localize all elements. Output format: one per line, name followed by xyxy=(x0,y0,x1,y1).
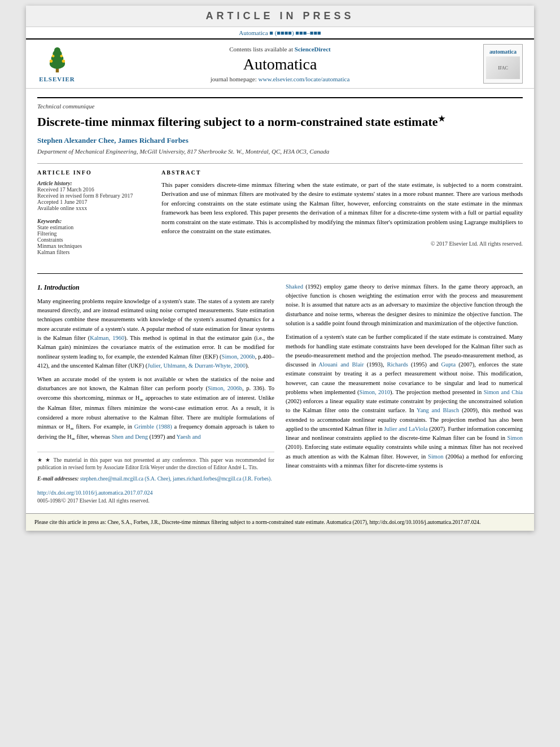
footnote-star-symbol: ★ xyxy=(37,457,45,463)
article-history: Article history: Received 17 March 2016 … xyxy=(37,180,150,211)
footnote-email: E-mail addresses: stephen.chee@mail.mcgi… xyxy=(37,475,274,483)
journal-header: ELSEVIER Contents lists available at Sci… xyxy=(26,38,534,89)
online-date: Available online xxxx xyxy=(37,205,150,211)
homepage-link[interactable]: www.elsevier.com/locate/automatica xyxy=(259,76,350,82)
body-col-left: 1. Introduction Many engineering problem… xyxy=(37,282,274,505)
simon-2010-link2[interactable]: Simon xyxy=(508,435,523,441)
svg-point-4 xyxy=(54,47,60,53)
yaesh-link[interactable]: Yaesh and xyxy=(177,434,201,440)
doi-link[interactable]: http://dx.doi.org/10.1016/j.automatica.2… xyxy=(37,490,153,496)
richards-link[interactable]: Richards xyxy=(387,361,408,368)
homepage-line: journal homepage: www.elsevier.com/locat… xyxy=(85,76,475,82)
article-title: Discrete-time minmax filtering subject t… xyxy=(37,114,523,130)
body-columns: 1. Introduction Many engineering problem… xyxy=(37,273,523,505)
abstract-col: ABSTRACT This paper considers discrete-t… xyxy=(161,169,523,262)
page: ARTICLE IN PRESS Automatica ■ (■■■■) ■■■… xyxy=(26,6,534,531)
kalman-1960-link[interactable]: Kalman, 1960 xyxy=(90,335,124,341)
body-col-right: Shaked (1992) employ game theory to deri… xyxy=(286,282,523,505)
footnote-text: ★ The material in this paper was not pre… xyxy=(37,457,274,470)
revised-date: Received in revised form 8 February 2017 xyxy=(37,193,150,199)
doi-footer: http://dx.doi.org/10.1016/j.automatica.2… xyxy=(37,488,274,497)
article-in-press-banner: ARTICLE IN PRESS xyxy=(26,6,534,27)
elsevier-text: ELSEVIER xyxy=(39,76,75,82)
keywords-label: Keywords: xyxy=(37,218,150,224)
simon-2006b-link1[interactable]: Simon, 2006b xyxy=(222,353,255,360)
homepage-label: journal homepage: xyxy=(211,76,257,82)
keywords-section: Keywords: State estimation Filtering Con… xyxy=(37,218,150,255)
shaked-link[interactable]: Shaked xyxy=(286,283,303,290)
science-direct-link[interactable]: ScienceDirect xyxy=(295,46,331,53)
intro-para-2: When an accurate model of the system is … xyxy=(37,375,274,443)
citation-text: Please cite this article in press as: Ch… xyxy=(34,519,480,525)
svg-point-8 xyxy=(60,54,63,57)
simon-2006b-link2[interactable]: Simon, 2006b xyxy=(208,385,242,391)
alouani-link[interactable]: Alouani and Blair xyxy=(318,361,364,368)
abstract-header: ABSTRACT xyxy=(161,169,523,176)
right-para-1: Shaked (1992) employ game theory to deri… xyxy=(286,282,523,328)
article-info-col: ARTICLE INFO Article history: Received 1… xyxy=(37,169,150,262)
contents-line: Contents lists available at ScienceDirec… xyxy=(85,46,475,53)
simon-chia-link[interactable]: Simon and Chia xyxy=(484,389,523,395)
email-label: E-mail addresses: xyxy=(37,475,79,482)
elsevier-tree-icon xyxy=(42,46,73,74)
received-date: Received 17 March 2016 xyxy=(37,186,150,193)
keyword-1: State estimation xyxy=(37,224,150,230)
journal-center: Contents lists available at ScienceDirec… xyxy=(85,46,475,82)
article-content: Technical communique Discrete-time minma… xyxy=(26,89,534,513)
automatica-box-label: automatica xyxy=(489,49,517,55)
svg-point-6 xyxy=(62,59,64,62)
ifac-label: IFAC xyxy=(498,65,508,71)
banner-text: ARTICLE IN PRESS xyxy=(205,10,354,21)
julier-laviola-link[interactable]: Julier and LaViola xyxy=(384,426,428,432)
julier-link[interactable]: Julier, Uhlmann, & Durrant-Whyte, 2000 xyxy=(147,362,246,369)
citation-bar: Please cite this article in press as: Ch… xyxy=(26,513,534,531)
intro-heading: 1. Introduction xyxy=(37,282,274,292)
accepted-date: Accepted 1 June 2017 xyxy=(37,199,150,205)
article-info-header: ARTICLE INFO xyxy=(37,169,150,176)
footnote-star: ★ ★ The material in this paper was not p… xyxy=(37,457,274,472)
email-links: stephen.chee@mail.mcgill.ca (S.A. Chee),… xyxy=(80,476,272,482)
doi-bar-text: Automatica ■ (■■■■) ■■■–■■■ xyxy=(239,29,321,36)
elsevier-logo: ELSEVIER xyxy=(34,46,80,82)
journal-title: Automatica xyxy=(85,55,475,73)
simon-2006a-link[interactable]: Simon xyxy=(428,453,443,460)
authors: Stephen Alexander Chee, James Richard Fo… xyxy=(37,136,523,145)
affiliation: Department of Mechanical Engineering, Mc… xyxy=(37,148,523,155)
right-para-2: Estimation of a system's state can be fu… xyxy=(286,333,523,470)
keyword-3: Constraints xyxy=(37,237,150,243)
grimble-link[interactable]: Grimble (1988) xyxy=(134,423,172,430)
issn-text: 0005-1098/© 2017 Elsevier Ltd. All right… xyxy=(37,497,274,505)
intro-para-1: Many engineering problems require knowle… xyxy=(37,297,274,370)
section-type: Technical communique xyxy=(37,97,523,110)
keyword-4: Minmax techniques xyxy=(37,243,150,249)
contents-label: Contents lists available at xyxy=(229,46,293,53)
keyword-5: Kalman filters xyxy=(37,249,150,255)
svg-point-5 xyxy=(49,59,52,62)
svg-point-7 xyxy=(51,54,54,57)
copyright-line: © 2017 Elsevier Ltd. All rights reserved… xyxy=(161,241,523,247)
abstract-text: This paper considers discrete-time minma… xyxy=(161,180,523,236)
keyword-2: Filtering xyxy=(37,230,150,237)
footnote-area: ★ ★ The material in this paper was not p… xyxy=(37,452,274,483)
doi-bar: Automatica ■ (■■■■) ■■■–■■■ xyxy=(26,27,534,38)
history-label: Article history: xyxy=(37,180,150,186)
article-info-abstract-cols: ARTICLE INFO Article history: Received 1… xyxy=(37,163,523,262)
journal-logo-right: automatica IFAC xyxy=(480,44,526,84)
gupta-link[interactable]: Gupta xyxy=(441,361,456,368)
simon-2010-link1[interactable]: Simon, 2010 xyxy=(360,389,391,395)
yang-blasch-link[interactable]: Yang and Blasch xyxy=(417,407,459,413)
title-star: ★ xyxy=(438,115,445,123)
shen-deng-link[interactable]: Shen and Deng xyxy=(112,434,148,440)
with-text: with xyxy=(338,453,349,460)
automatica-logo-box: automatica IFAC xyxy=(483,44,523,84)
